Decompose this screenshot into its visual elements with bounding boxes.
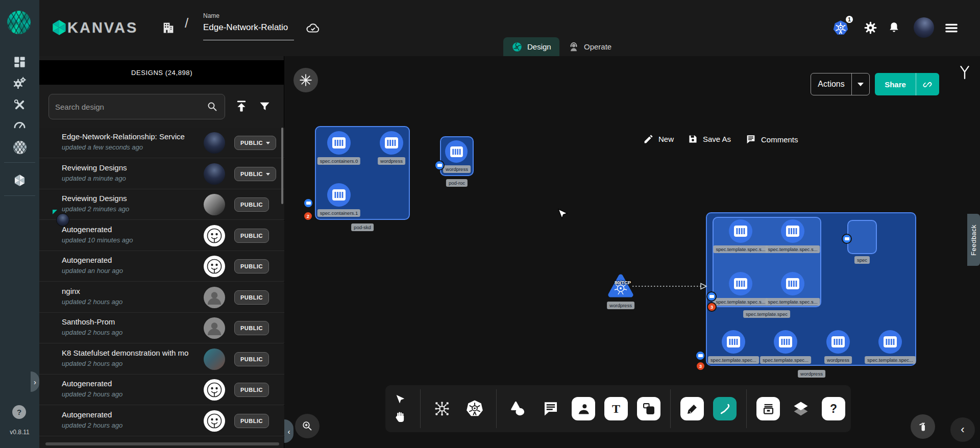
design-row[interactable]: Reviewing Designs updated 2 minutes ago … [39, 189, 284, 220]
node-spec[interactable] [847, 220, 877, 254]
flask-toggle-icon[interactable] [958, 65, 971, 80]
node-container-icon[interactable] [729, 219, 752, 243]
copy-link-button[interactable] [916, 79, 939, 89]
user-avatar[interactable] [914, 17, 934, 38]
toolkit-icon[interactable] [13, 98, 27, 112]
text-tool[interactable]: T [604, 397, 628, 420]
design-search-input[interactable] [55, 103, 206, 111]
actions-caret-button[interactable] [852, 83, 869, 86]
feedback-tab[interactable]: Feedback [967, 214, 980, 266]
tab-operate[interactable]: Operate [560, 37, 620, 56]
pan-hand-tool[interactable] [394, 411, 406, 423]
help-button[interactable]: ? [12, 405, 26, 419]
zoom-button[interactable] [295, 414, 320, 438]
help-tool[interactable]: ? [822, 397, 845, 420]
node-label: wordpress [824, 356, 852, 364]
node-container-icon[interactable] [826, 330, 850, 354]
pod-error-badge[interactable]: 2 [303, 211, 313, 221]
kubernetes-tool[interactable] [463, 397, 486, 420]
lifecycle-gears-icon[interactable] [12, 76, 27, 90]
node-container-icon[interactable] [781, 272, 804, 295]
node-container-icon[interactable] [878, 330, 902, 354]
drawer-icon [762, 402, 775, 416]
list-scrollbar-vertical[interactable] [281, 128, 283, 204]
snowflake-button[interactable] [293, 68, 318, 92]
template-error-badge[interactable]: 3 [707, 302, 717, 312]
node-container-icon[interactable] [774, 330, 797, 354]
list-scrollbar-horizontal[interactable] [45, 442, 279, 445]
design-updated: updated a few seconds ago [62, 143, 143, 151]
node-container-icon[interactable] [729, 272, 752, 295]
share-button[interactable]: Share [875, 73, 939, 95]
save-as-button[interactable]: Save As [688, 134, 731, 144]
node-label: wordpress [443, 165, 471, 173]
node-container-icon[interactable] [445, 140, 468, 163]
comments-button[interactable]: Comments [745, 134, 798, 145]
kanvas-item-icon[interactable] [13, 173, 27, 187]
node-label: spec.template.spec.s... [713, 245, 768, 253]
design-updated: updated an hour ago [62, 267, 123, 275]
design-search-box[interactable] [48, 94, 225, 119]
design-row[interactable]: nginx updated 2 hours ago PUBLIC [39, 282, 284, 313]
collapse-panel-button[interactable]: ‹ [284, 419, 293, 443]
node-label: spec.template.spec... [865, 356, 916, 364]
notifications-bell-icon[interactable] [887, 21, 901, 35]
pod-status-badge [434, 160, 445, 170]
media-tool[interactable] [572, 397, 595, 420]
node-container-icon[interactable] [722, 330, 745, 354]
new-button[interactable]: New [643, 134, 674, 144]
pencil-icon [643, 134, 654, 144]
pen-tool[interactable] [680, 397, 704, 420]
actions-dropdown-button[interactable]: Actions [811, 73, 870, 95]
note-tool[interactable] [637, 397, 660, 420]
node-service-wordpress[interactable] [607, 273, 634, 298]
import-design-icon[interactable] [234, 99, 249, 113]
design-row[interactable]: K8 Statefulset demonstration with mo upd… [39, 344, 284, 375]
drawer-tool[interactable] [756, 397, 780, 420]
node-container-icon[interactable] [327, 131, 351, 155]
design-row[interactable]: Santhosh-Prom updated 2 hours ago PUBLIC [39, 313, 284, 343]
deployment-error-badge[interactable]: 3 [696, 361, 705, 371]
dashboard-icon[interactable] [13, 55, 27, 69]
meshery-item-icon[interactable] [13, 141, 27, 154]
design-name-input[interactable]: Edge-Network-Relatio [203, 22, 294, 33]
cloud-saved-icon [305, 20, 321, 36]
design-row[interactable]: Autogenerated updated 10 minutes ago PUB… [39, 220, 284, 251]
design-updated: updated 2 hours ago [62, 360, 122, 367]
design-name: Reviewing Designs [62, 194, 194, 203]
filter-icon[interactable] [258, 99, 272, 113]
design-row[interactable]: Autogenerated updated 2 hours ago PUBLIC [39, 375, 284, 405]
visibility-select[interactable]: PUBLIC [234, 167, 276, 181]
node-label: spec.template.spec... [760, 356, 811, 364]
comment-tool[interactable] [539, 397, 562, 420]
meshery-logo[interactable] [7, 11, 31, 34]
design-row[interactable]: Edge-Network-Relationship: Service updat… [39, 128, 284, 158]
pen-icon [685, 402, 699, 416]
performance-gauge-icon[interactable] [13, 118, 27, 132]
select-cursor-tool[interactable] [395, 394, 406, 407]
node-container-icon[interactable] [781, 219, 804, 243]
settings-gear-icon[interactable] [864, 21, 877, 35]
chevron-down-icon [266, 142, 270, 144]
node-container-icon[interactable] [327, 183, 351, 207]
organization-icon[interactable] [161, 20, 176, 35]
shapes-tool[interactable] [506, 397, 530, 420]
design-row[interactable]: Reviewing Designs updated a minute ago P… [39, 159, 284, 189]
visibility-select[interactable]: PUBLIC [234, 136, 276, 150]
visibility-badge: PUBLIC [234, 229, 269, 243]
hamburger-menu-icon[interactable] [944, 21, 959, 35]
collapse-right-dock-button[interactable]: ‹ [950, 417, 975, 442]
node-container-icon[interactable] [380, 131, 403, 155]
highlighter-tool-active[interactable] [713, 397, 737, 420]
design-row[interactable]: Autogenerated updated 2 hours ago PUBLIC [39, 406, 284, 436]
layers-tool[interactable] [789, 397, 813, 420]
design-row[interactable]: Autogenerated updated an hour ago PUBLIC [39, 251, 284, 282]
edge-service-to-deployment[interactable] [632, 283, 707, 290]
sidebar-expand-button[interactable]: › [31, 371, 39, 392]
design-canvas[interactable]: New Save As Comments Actions Share [284, 56, 980, 448]
app-header: KANVAS / Name Edge-Network [0, 0, 980, 56]
tab-design[interactable]: Design [503, 37, 559, 56]
extinguisher-button[interactable] [911, 414, 935, 439]
designs-panel-title: DESIGNS (24,898) [39, 60, 284, 85]
mesh-sync-tool[interactable] [430, 397, 454, 420]
